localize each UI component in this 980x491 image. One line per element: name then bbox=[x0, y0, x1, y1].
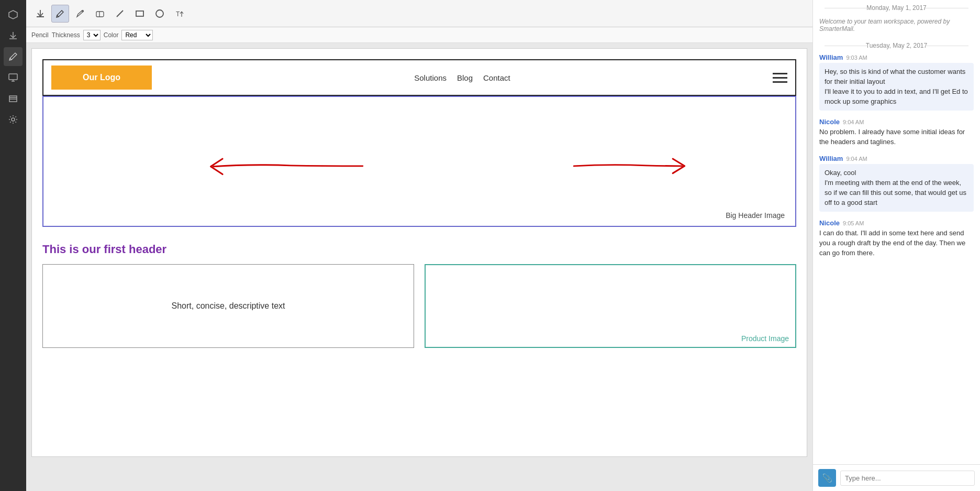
welcome-message: Welcome to your team workspace, powered … bbox=[819, 16, 974, 38]
logo-box: Our Logo bbox=[51, 66, 152, 90]
chat-author-nicole-1: Nicole bbox=[819, 118, 840, 126]
chat-body-william-1: Hey, so this is kind of what the custome… bbox=[819, 63, 974, 111]
nav-blog: Blog bbox=[457, 73, 473, 82]
svg-marker-0 bbox=[9, 10, 17, 19]
attach-button[interactable]: 📎 bbox=[818, 469, 836, 487]
content-grid: Short, concise, descriptive text Product… bbox=[42, 264, 796, 348]
thickness-label: Thickness bbox=[52, 31, 80, 39]
first-header: This is our first header bbox=[42, 243, 796, 256]
pencil-label: Pencil bbox=[31, 31, 49, 39]
nav-solutions: Solutions bbox=[414, 73, 447, 82]
color-select[interactable]: Red Blue Black Green bbox=[121, 30, 153, 40]
sidebar-pencil-icon[interactable] bbox=[4, 47, 23, 66]
chat-input[interactable] bbox=[840, 471, 975, 486]
toolbar: T bbox=[26, 0, 812, 27]
svg-rect-1 bbox=[9, 74, 17, 80]
product-image-label: Product Image bbox=[741, 334, 789, 343]
nav-links: Solutions Blog Contact bbox=[414, 73, 510, 82]
hero-section: Nicole Big Header Image bbox=[42, 96, 796, 227]
svg-point-3 bbox=[12, 118, 15, 121]
chat-message-william-2: William 9:04 AM Okay, cool I'm meeting w… bbox=[819, 155, 974, 212]
chat-author-william-1: William bbox=[819, 53, 843, 61]
sidebar-settings-icon[interactable] bbox=[4, 110, 23, 129]
sidebar-layers-icon[interactable] bbox=[4, 89, 23, 108]
sidebar bbox=[0, 0, 26, 491]
svg-line-6 bbox=[117, 10, 123, 17]
chat-message-nicole-2: Nicole 9:05 AM I can do that. I'll add i… bbox=[819, 219, 974, 258]
pencil-button[interactable] bbox=[51, 5, 69, 23]
rect-button[interactable] bbox=[131, 5, 149, 23]
thickness-select[interactable]: 3 1 2 4 5 bbox=[83, 30, 101, 40]
main-area: T Pencil Thickness 3 1 2 4 5 Color Red B… bbox=[26, 0, 812, 491]
sidebar-brand-icon[interactable] bbox=[4, 5, 23, 24]
hamburger-icon[interactable] bbox=[773, 73, 787, 83]
svg-point-8 bbox=[156, 10, 163, 17]
sub-toolbar: Pencil Thickness 3 1 2 4 5 Color Red Blu… bbox=[26, 27, 812, 43]
chat-time-william-2: 9:04 AM bbox=[846, 156, 867, 162]
chat-time-nicole-2: 9:05 AM bbox=[843, 220, 864, 226]
eraser-button[interactable] bbox=[91, 5, 109, 23]
color-label: Color bbox=[104, 31, 119, 39]
sidebar-download-icon[interactable] bbox=[4, 26, 23, 45]
chat-body-nicole-2: I can do that. I'll add in some text her… bbox=[819, 228, 974, 258]
chat-author-william-2: William bbox=[819, 155, 843, 162]
date-divider-2: Tuesday, May 2, 2017 bbox=[819, 38, 974, 53]
chat-panel: Monday, May 1, 2017 Welcome to your team… bbox=[812, 0, 980, 491]
download-button[interactable] bbox=[31, 5, 49, 23]
sidebar-monitor-icon[interactable] bbox=[4, 68, 23, 87]
date-divider-1: Monday, May 1, 2017 bbox=[819, 0, 974, 16]
chat-body-nicole-1: No problem. I already have some initial … bbox=[819, 127, 974, 147]
nav-section: Our Logo Solutions Blog Contact bbox=[42, 59, 796, 96]
svg-text:T: T bbox=[176, 10, 180, 18]
line-button[interactable] bbox=[111, 5, 129, 23]
chat-time-william-1: 9:03 AM bbox=[846, 54, 867, 61]
circle-button[interactable] bbox=[151, 5, 169, 23]
image-box: Product Image bbox=[425, 264, 796, 348]
pen-button[interactable] bbox=[71, 5, 89, 23]
canvas-area[interactable]: Our Logo Solutions Blog Contact bbox=[26, 43, 812, 491]
svg-rect-7 bbox=[136, 11, 143, 16]
text-size-button[interactable]: T bbox=[171, 5, 188, 23]
chat-author-nicole-2: Nicole bbox=[819, 219, 840, 227]
chat-time-nicole-1: 9:04 AM bbox=[843, 119, 864, 125]
chat-footer: 📎 bbox=[813, 464, 980, 491]
chat-message-william-1: William 9:03 AM Hey, so this is kind of … bbox=[819, 53, 974, 111]
hero-drawing: Nicole bbox=[43, 97, 795, 226]
hero-label: Big Header Image bbox=[726, 211, 785, 220]
chat-message-nicole-1: Nicole 9:04 AM No problem. I already hav… bbox=[819, 118, 974, 147]
content-section: This is our first header Short, concise,… bbox=[42, 237, 796, 353]
canvas[interactable]: Our Logo Solutions Blog Contact bbox=[31, 48, 807, 457]
nav-contact: Contact bbox=[483, 73, 510, 82]
chat-messages: Monday, May 1, 2017 Welcome to your team… bbox=[813, 0, 980, 464]
text-box: Short, concise, descriptive text bbox=[42, 264, 414, 348]
svg-rect-5 bbox=[96, 12, 104, 17]
chat-body-william-2: Okay, cool I'm meeting with them at the … bbox=[819, 164, 974, 212]
